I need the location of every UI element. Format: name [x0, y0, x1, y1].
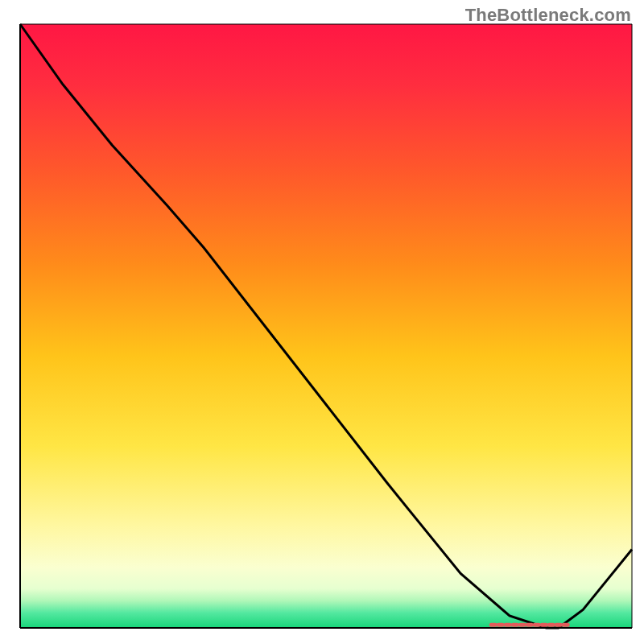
chart-root: TheBottleneck.com: [0, 0, 644, 644]
plot-background-gradient: [20, 24, 632, 628]
chart-svg: [0, 0, 644, 644]
